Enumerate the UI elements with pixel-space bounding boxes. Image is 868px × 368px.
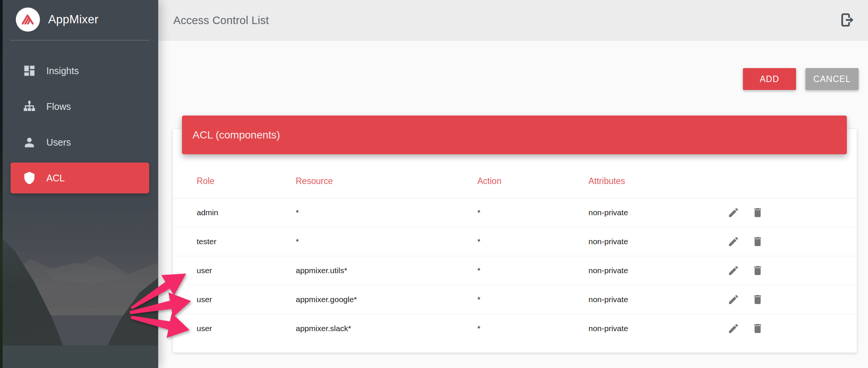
brand-logo: AppMixer [0, 0, 158, 40]
cell-resource: appmixer.slack* [296, 324, 351, 333]
cell-role: admin [197, 208, 218, 217]
table-row: admin * * non-private [173, 198, 857, 227]
acl-table: Role Resource Action Attributes admin * … [173, 154, 857, 343]
trash-icon [752, 236, 764, 248]
table-header-row: Role Resource Action Attributes [173, 154, 857, 198]
sidebar-item-insights[interactable]: Insights [11, 55, 149, 86]
cell-attributes: non-private [588, 295, 628, 304]
cell-action: * [477, 324, 480, 333]
edit-button[interactable] [727, 236, 740, 248]
sidebar-item-label: ACL [46, 173, 65, 184]
column-header-action: Action [477, 176, 501, 186]
panel-title: ACL (components) [193, 129, 280, 141]
cell-action: * [477, 266, 480, 275]
table-row: user appmixer.utils* * non-private [173, 256, 857, 285]
cell-resource: * [296, 208, 299, 217]
delete-button[interactable] [752, 207, 764, 219]
sidebar-item-label: Flows [46, 101, 71, 112]
sidebar-divider [10, 40, 150, 41]
edit-button[interactable] [727, 293, 740, 306]
cell-role: user [197, 266, 212, 275]
sidebar: AppMixer Insights Flows [0, 0, 158, 368]
panel-header: ACL (components) [182, 116, 847, 154]
sidebar-item-label: Users [46, 137, 71, 148]
edit-pencil-icon [727, 322, 740, 335]
column-header-resource: Resource [296, 176, 333, 186]
edit-button[interactable] [727, 322, 740, 335]
cell-action: * [477, 208, 480, 217]
cell-attributes: non-private [588, 266, 628, 275]
brand-name: AppMixer [48, 0, 98, 39]
trash-icon [752, 322, 764, 335]
sidebar-item-label: Insights [46, 65, 79, 76]
sidebar-item-users[interactable]: Users [11, 127, 149, 158]
logout-button[interactable] [838, 11, 855, 29]
cell-role: user [197, 324, 212, 333]
logout-icon [838, 11, 855, 29]
edit-button[interactable] [727, 207, 740, 219]
cancel-button[interactable]: CANCEL [805, 68, 859, 90]
flows-tree-icon [23, 100, 36, 113]
cell-resource: appmixer.google* [296, 295, 357, 304]
dashboard-icon [23, 64, 36, 78]
column-header-attributes: Attributes [588, 176, 625, 186]
cell-attributes: non-private [588, 208, 628, 217]
table-row: user appmixer.slack* * non-private [173, 314, 857, 343]
delete-button[interactable] [752, 236, 764, 248]
sidebar-item-flows[interactable]: Flows [11, 91, 149, 122]
edit-pencil-icon [727, 293, 740, 306]
sidebar-menu: Insights Flows Users [11, 55, 149, 198]
trash-icon [752, 207, 764, 219]
edit-pencil-icon [727, 236, 740, 248]
cell-action: * [477, 295, 480, 304]
cell-resource: * [296, 237, 299, 246]
edit-pencil-icon [727, 207, 740, 219]
column-header-role: Role [197, 176, 214, 186]
edit-button[interactable] [727, 265, 740, 277]
cell-resource: appmixer.utils* [296, 266, 347, 275]
table-row: user appmixer.google* * non-private [173, 285, 857, 314]
user-icon [23, 135, 36, 149]
cell-role: user [197, 295, 212, 304]
trash-icon [752, 293, 764, 306]
cell-attributes: non-private [588, 237, 628, 246]
delete-button[interactable] [752, 293, 764, 306]
table-row: tester * * non-private [173, 227, 857, 256]
brand-logo-icon [16, 8, 40, 32]
brand-logo-circle [16, 8, 40, 32]
cell-attributes: non-private [588, 324, 628, 333]
shield-icon [23, 171, 36, 185]
cell-action: * [477, 237, 480, 246]
sidebar-item-acl[interactable]: ACL [11, 163, 149, 193]
delete-button[interactable] [752, 322, 764, 335]
page-title: Access Control List [173, 14, 269, 26]
add-button[interactable]: ADD [743, 68, 796, 90]
delete-button[interactable] [752, 265, 764, 277]
cell-role: tester [197, 237, 217, 246]
acl-card: Role Resource Action Attributes admin * … [173, 129, 857, 353]
trash-icon [752, 265, 764, 277]
top-bar: Access Control List [158, 0, 868, 41]
edit-pencil-icon [727, 265, 740, 277]
